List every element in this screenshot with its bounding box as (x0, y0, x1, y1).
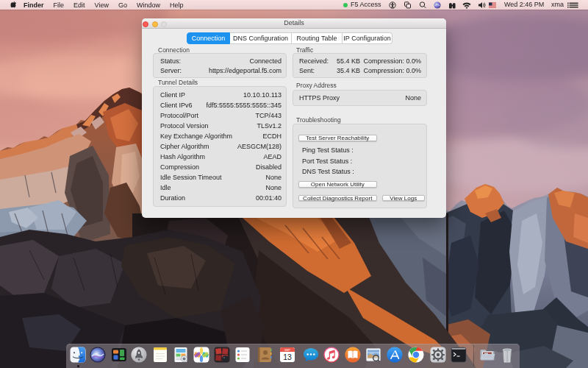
svg-text:13: 13 (283, 353, 292, 361)
svg-text:SEP: SEP (284, 348, 290, 352)
